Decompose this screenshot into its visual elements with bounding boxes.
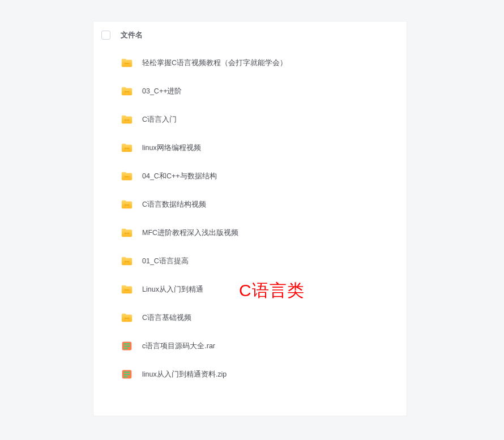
file-name-label: C语言入门	[142, 115, 177, 125]
folder-icon	[121, 57, 133, 69]
folder-icon	[121, 142, 133, 154]
header-row: 文件名	[93, 22, 407, 49]
list-item[interactable]: C语言入门	[93, 105, 407, 134]
svg-rect-4	[124, 176, 129, 177]
list-item[interactable]: 04_C和C++与数据结构	[93, 162, 407, 190]
folder-icon	[121, 170, 133, 182]
archive-icon	[121, 368, 133, 381]
svg-rect-9	[124, 318, 129, 319]
file-name-label: 01_C语言提高	[142, 257, 189, 266]
svg-rect-1	[124, 91, 129, 92]
file-name-label: 轻松掌握C语言视频教程（会打字就能学会）	[142, 58, 287, 68]
svg-rect-2	[124, 119, 129, 121]
list-item[interactable]: MFC进阶教程深入浅出版视频	[93, 219, 407, 247]
svg-rect-5	[124, 204, 129, 206]
list-item[interactable]: C语言基础视频	[93, 304, 407, 332]
archive-icon	[121, 340, 133, 352]
file-name-label: linux从入门到精通资料.zip	[142, 370, 227, 379]
file-name-label: c语言项目源码大全.rar	[142, 341, 215, 351]
folder-icon	[121, 283, 133, 296]
list-item[interactable]: linux网络编程视频	[93, 134, 407, 162]
annotation-label: C语言类	[239, 279, 305, 302]
file-name-label: 04_C和C++与数据结构	[142, 172, 217, 181]
svg-rect-12	[123, 345, 130, 347]
list-item[interactable]: 03_C++进阶	[93, 77, 407, 105]
file-list-panel: 文件名 轻松掌握C语言视频教程（会打字就能学会） 03_C++进阶 C语言入门 …	[93, 21, 407, 416]
svg-rect-8	[124, 289, 129, 291]
file-name-label: Linux从入门到精通	[142, 285, 203, 294]
file-name-label: 03_C++进阶	[142, 87, 182, 96]
svg-rect-6	[124, 233, 129, 234]
list-item[interactable]: C语言数据结构视频	[93, 190, 407, 219]
file-name-label: C语言数据结构视频	[142, 200, 206, 210]
file-name-label: linux网络编程视频	[142, 143, 201, 153]
folder-icon	[121, 85, 133, 97]
list-item[interactable]: 01_C语言提高	[93, 247, 407, 275]
folder-icon	[121, 198, 133, 211]
svg-rect-16	[123, 374, 130, 375]
svg-rect-13	[123, 348, 128, 349]
list-item[interactable]: 轻松掌握C语言视频教程（会打字就能学会）	[93, 49, 407, 77]
svg-rect-7	[124, 261, 129, 262]
folder-icon	[121, 311, 133, 324]
svg-rect-0	[124, 63, 129, 64]
svg-rect-15	[123, 371, 130, 373]
column-header-name: 文件名	[121, 31, 143, 40]
list-item[interactable]: linux从入门到精通资料.zip	[93, 360, 407, 388]
folder-icon	[121, 255, 133, 267]
list-item[interactable]: c语言项目源码大全.rar	[93, 332, 407, 360]
svg-rect-17	[123, 376, 128, 378]
file-name-label: C语言基础视频	[142, 313, 191, 323]
svg-rect-11	[123, 343, 130, 345]
folder-icon	[121, 227, 133, 239]
select-all-checkbox[interactable]	[101, 31, 110, 40]
svg-rect-3	[124, 148, 129, 149]
folder-icon	[121, 113, 133, 126]
file-name-label: MFC进阶教程深入浅出版视频	[142, 228, 238, 238]
